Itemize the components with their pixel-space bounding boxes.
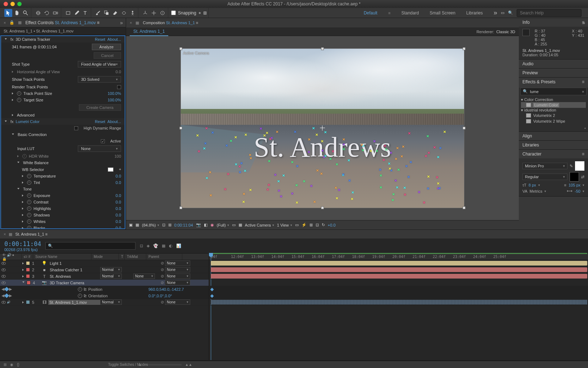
visibility-toggle[interactable] [1,262,6,265]
handle-mr[interactable] [463,127,466,130]
workspace-default[interactable]: Default [364,10,377,16]
handle-tr[interactable] [463,47,466,50]
analyze-button[interactable]: Analyze [92,44,121,50]
font-size-value[interactable]: 8 px [529,183,536,187]
handle-tl[interactable] [179,47,182,50]
brackets-icon[interactable]: {} [17,363,19,367]
link-icon[interactable]: 🔒 [9,20,14,25]
snapshot-icon[interactable]: 📷 [196,223,201,227]
audio-panel-header[interactable]: Audio [519,60,588,68]
viewer-timecode[interactable]: 0:00:11:04 [174,223,193,227]
shy-icon[interactable]: 👻 [153,244,158,248]
lut-select[interactable]: None▾ [78,145,121,152]
snap-icon[interactable]: ⌖ [199,10,201,16]
search-input[interactable] [520,10,578,16]
col-parent[interactable]: Parent [146,254,182,260]
col-mode[interactable]: Mode [92,254,119,260]
camera-select[interactable]: Active Camera ▾ [245,223,274,227]
reset-link[interactable]: Reset [95,37,105,41]
info-panel-header[interactable]: Info≡ [519,18,588,27]
rotate-tool[interactable] [43,9,51,17]
workspace-libraries[interactable]: Libraries [466,10,483,16]
draft3d-icon[interactable]: ◈ [147,244,150,248]
pen-tool[interactable] [73,9,81,17]
stopwatch-icon[interactable] [27,200,31,204]
shadows-value[interactable]: 0.0 [116,213,121,217]
composition-tab[interactable]: Composition St. Andrews 1_1 ≡ [143,21,198,25]
stopwatch-icon[interactable] [17,91,21,96]
align-panel-header[interactable]: Align [519,132,588,140]
zoom-select[interactable]: (84.8%) ▾ [142,223,159,227]
toggle-switches-button[interactable]: Toggle Switches / Modes [108,363,148,367]
search-help[interactable] [517,9,582,17]
show-track-select[interactable]: 3D Solved▾ [78,76,121,83]
tint-value[interactable]: 0.0 [116,180,121,185]
col-source[interactable]: Source Name [33,254,92,260]
effect-controls-tab[interactable]: Effect Controls St. Andrews 1_1.mov ≡ [25,20,99,25]
view-axis-icon[interactable] [159,9,166,17]
timeline-track-area[interactable]: 04f12:04f13:04f14:04f15:04f16:04f17:04f1… [209,254,588,360]
channel-icon[interactable]: ◉ [210,223,214,227]
effects-presets-header[interactable]: Effects & Presets≡ [519,78,588,86]
visibility-toggle[interactable] [1,275,6,278]
fill-color-swatch[interactable] [575,161,584,171]
views-select[interactable]: 1 View ▾ [277,223,292,227]
leading-value[interactable]: 105 px [569,183,580,187]
ep-category[interactable]: ▾ Color Correction [521,97,586,102]
ep-item-volumetrix-wipe[interactable]: Volumetrix 2 Wipe [521,118,586,124]
motion-blur-icon[interactable]: ◐ [169,244,173,248]
contrast-value[interactable]: 0.0 [116,200,121,204]
expand-icon[interactable]: ⊞ [4,363,6,367]
parent-select[interactable]: None▾ [165,280,190,285]
stopwatch-icon[interactable] [27,206,31,211]
whites-value[interactable]: 0.0 [116,219,121,224]
handle-ml[interactable] [179,127,182,130]
zoom-slider[interactable] [146,364,182,365]
resolution-icon[interactable]: ⊡ [162,223,165,227]
comp-name-tab[interactable]: St. Andrews 1_1 [130,27,168,36]
ep-search[interactable]: 🔍 × [520,88,587,95]
render-icon[interactable]: ◉ [10,363,13,367]
workspace-small[interactable]: Small Screen [430,10,455,16]
clear-search-icon[interactable]: × [582,89,584,94]
eraser-tool[interactable] [111,9,119,17]
graph-editor-icon[interactable]: 📊 [176,244,181,248]
timeline-tab[interactable]: St. Andrews 1_1 ≡ [15,232,48,236]
fx-lumetri[interactable]: fx Lumetri Color Reset About... [1,118,125,125]
fx-camera-tracker[interactable]: fx 3D Camera Tracker Reset About... [1,36,125,43]
label-color[interactable] [26,261,30,265]
reset-exposure-icon[interactable]: ↻ [322,223,325,227]
visibility-toggle[interactable] [1,301,6,304]
selection-tool[interactable] [4,9,12,17]
snapping-checkbox[interactable] [171,10,176,15]
target-size-value[interactable]: 100.0% [108,98,121,102]
tone-label[interactable]: Tone [23,187,121,191]
preview-panel-header[interactable]: Preview [519,69,588,77]
track-size-value[interactable]: 100.0% [108,91,121,96]
stopwatch-icon[interactable] [27,180,31,185]
handle-bl[interactable] [179,206,182,209]
handle-tc[interactable] [321,47,324,50]
time-ruler[interactable]: 04f12:04f13:04f14:04f15:04f16:04f17:04f1… [209,254,588,260]
blend-mode-select[interactable]: Normal▾ [100,267,122,272]
flowchart-icon[interactable]: ⊡ [316,223,319,227]
frame-blend-icon[interactable]: ▦ [162,244,165,248]
parent-select[interactable]: None▾ [165,273,190,279]
show-snapshot-icon[interactable]: ◧ [204,223,208,227]
clone-tool[interactable] [103,9,111,17]
eyedropper-icon[interactable]: ✎ [570,164,573,168]
fast-preview-icon[interactable]: ⚡ [302,223,307,227]
pixel-aspect-icon[interactable]: ▭ [295,223,299,227]
visibility-toggle[interactable] [1,268,6,271]
maximize-button[interactable] [17,2,22,6]
roi-icon[interactable]: ⊞ [168,223,172,227]
rectangle-tool[interactable] [64,9,72,17]
blend-mode-select[interactable]: Normal▾ [100,273,122,279]
parent-select[interactable]: None▾ [165,260,190,266]
mask-icon[interactable]: ▭ [232,223,236,227]
workspace-icon[interactable]: ▭ [501,10,504,15]
comp-mini-flowchart-icon[interactable]: ⊡ [140,244,143,248]
font-style-select[interactable]: Regular▾ [522,174,567,180]
render-track-checkbox[interactable] [117,85,121,89]
camera-tool[interactable] [52,9,59,17]
